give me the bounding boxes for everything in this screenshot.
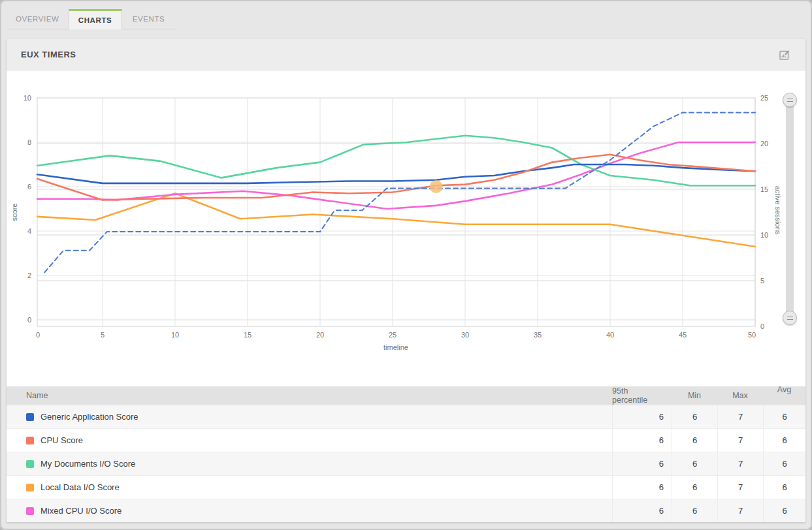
tab-overview[interactable]: OVERVIEW [7, 9, 69, 29]
range-slider-top-handle[interactable] [783, 93, 797, 107]
svg-text:25: 25 [760, 94, 768, 102]
dashboard-screen: OVERVIEW CHARTS EVENTS EUX TIMERS VSI Ma… [0, 0, 812, 530]
metrics-table: Name 95th percentile Min Max Avg Generic… [7, 386, 805, 522]
col-avg: Avg [763, 381, 805, 399]
range-slider-bottom-handle[interactable] [783, 311, 797, 325]
col-min: Min [672, 386, 717, 405]
series-name: Local Data I/O Score [41, 482, 120, 492]
cell-max: 7 [717, 499, 763, 522]
cell-min: 6 [672, 405, 717, 428]
table-body: Generic Application Score6676CPU Score66… [7, 405, 805, 522]
series-color-swatch [26, 484, 34, 491]
svg-text:20: 20 [760, 140, 768, 148]
cell-max: 7 [717, 405, 763, 428]
svg-text:5: 5 [760, 277, 764, 285]
cell-avg: 6 [763, 405, 805, 428]
svg-text:10: 10 [171, 331, 179, 339]
panel-header: EUX TIMERS [7, 39, 805, 70]
svg-text:35: 35 [534, 331, 542, 339]
svg-text:active sessions: active sessions [774, 186, 782, 235]
cell-max: 7 [717, 429, 763, 452]
cell-avg: 6 [763, 499, 805, 522]
series-color-swatch [26, 437, 34, 444]
cell-95th-percentile: 6 [612, 405, 672, 428]
right-axis-range-slider-track[interactable] [786, 95, 794, 324]
svg-text:15: 15 [760, 185, 768, 193]
series-line-cpu-score [37, 155, 755, 200]
edit-chart-button[interactable] [777, 48, 792, 63]
svg-text:40: 40 [606, 331, 614, 339]
cell-max: 7 [717, 452, 763, 475]
svg-text:8: 8 [27, 138, 31, 146]
series-name: Mixed CPU I/O Score [41, 506, 122, 516]
series-color-swatch [26, 460, 34, 468]
table-row[interactable]: Mixed CPU I/O Score6676 [7, 499, 805, 522]
series-name-cell: Mixed CPU I/O Score [7, 499, 612, 522]
series-line-active-sessions [44, 112, 755, 272]
edit-chart-icon [778, 48, 791, 63]
cell-min: 6 [672, 476, 717, 499]
svg-text:2: 2 [27, 272, 31, 279]
col-95th-percentile: 95th percentile [612, 386, 672, 405]
series-name: CPU Score [41, 435, 83, 445]
series-name-cell: Local Data I/O Score [7, 476, 612, 499]
grip-icon [787, 317, 793, 320]
cell-95th-percentile: 6 [612, 429, 672, 452]
table-row[interactable]: Generic Application Score6676 [7, 405, 805, 428]
col-name: Name [7, 386, 612, 405]
svg-text:25: 25 [389, 331, 397, 339]
svg-text:timeline: timeline [383, 343, 408, 351]
svg-text:score: score [10, 204, 18, 221]
series-line-local-data-i-o-score [37, 193, 755, 247]
svg-text:0: 0 [760, 322, 764, 330]
cell-min: 6 [672, 452, 717, 475]
tab-events[interactable]: EVENTS [122, 9, 176, 29]
table-row[interactable]: Local Data I/O Score6676 [7, 475, 805, 499]
table-row[interactable]: My Documents I/O Score6676 [7, 452, 805, 475]
svg-text:5: 5 [101, 331, 105, 339]
series-line-generic-application-score [37, 164, 755, 183]
panel-title: EUX TIMERS [21, 50, 76, 59]
svg-text:30: 30 [461, 331, 469, 339]
svg-text:50: 50 [748, 331, 756, 339]
cell-95th-percentile: 6 [612, 452, 672, 475]
svg-text:45: 45 [679, 331, 687, 339]
cell-avg: 6 [763, 452, 805, 475]
svg-text:15: 15 [244, 331, 252, 339]
series-name-cell: CPU Score [7, 429, 612, 452]
col-max: Max [717, 386, 763, 405]
series-color-swatch [26, 507, 34, 515]
series-color-swatch [26, 413, 34, 421]
svg-text:6: 6 [27, 183, 31, 191]
svg-text:0: 0 [36, 331, 40, 339]
svg-text:20: 20 [316, 331, 324, 339]
svg-text:0: 0 [27, 316, 31, 324]
cell-95th-percentile: 6 [612, 476, 672, 499]
cell-95th-percentile: 6 [612, 499, 672, 522]
cell-min: 6 [672, 499, 717, 522]
cell-min: 6 [672, 429, 717, 452]
series-name: Generic Application Score [41, 412, 138, 422]
tab-bar: OVERVIEW CHARTS EVENTS [7, 9, 176, 29]
cell-avg: 6 [763, 429, 805, 452]
tab-charts[interactable]: CHARTS [69, 9, 122, 29]
cell-avg: 6 [763, 476, 805, 499]
series-name: My Documents I/O Score [41, 459, 135, 469]
vsi-max-point[interactable] [430, 180, 443, 193]
grip-icon [787, 99, 793, 102]
eux-timers-chart[interactable]: 0246810051015202505101520253035404550tim… [0, 70, 812, 358]
svg-text:10: 10 [24, 94, 31, 102]
cell-max: 7 [717, 476, 763, 499]
table-header: Name 95th percentile Min Max Avg [7, 386, 805, 405]
table-row[interactable]: CPU Score6676 [7, 428, 805, 452]
series-name-cell: My Documents I/O Score [7, 452, 612, 475]
series-name-cell: Generic Application Score [7, 405, 612, 428]
svg-text:10: 10 [760, 231, 768, 239]
svg-text:4: 4 [27, 227, 31, 235]
